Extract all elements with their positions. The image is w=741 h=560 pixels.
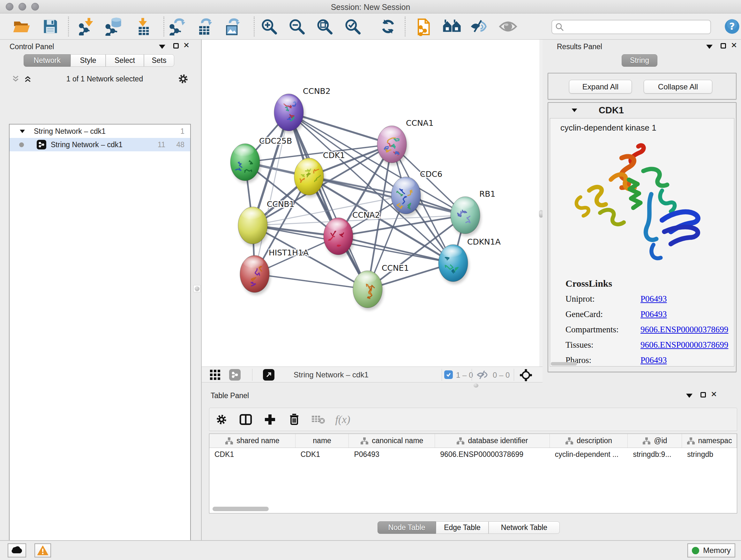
toolbar-separator	[163, 17, 164, 37]
create-column-button[interactable]	[258, 414, 282, 425]
gear-icon[interactable]	[178, 73, 189, 84]
column-header--id[interactable]: @id	[628, 434, 682, 448]
zoom-selected-icon	[344, 18, 361, 35]
network-node-CCNB1[interactable]	[238, 207, 269, 246]
column-header-namespac[interactable]: namespac	[682, 434, 737, 448]
save-session-button[interactable]	[39, 16, 62, 37]
collapse-panel-icon[interactable]	[159, 45, 165, 49]
column-header-name[interactable]: name	[295, 434, 349, 448]
network-canvas[interactable]: CCNB2CCNA1CDC25BCDK1CDC6RB1CCNB1CCNA2CDK…	[202, 40, 539, 367]
tab-sets[interactable]: Sets	[144, 54, 174, 67]
horizontal-scrollbar-thumb[interactable]	[551, 362, 577, 366]
fit-content-button[interactable]	[313, 16, 336, 37]
export-network-button[interactable]	[166, 16, 189, 37]
network-node-RB1[interactable]	[451, 197, 481, 236]
apply-layout-button[interactable]	[377, 16, 400, 37]
table-row[interactable]: CDK1CDK1P064939606.ENSP00000378699cyclin…	[209, 448, 737, 461]
import-table-file-button[interactable]	[131, 16, 154, 37]
column-header-canonical-name[interactable]: canonical name	[349, 434, 435, 448]
crosslink-link[interactable]: P06493	[641, 294, 667, 304]
open-session-button[interactable]	[10, 16, 33, 37]
expand-all-button[interactable]: Expand All	[569, 80, 632, 94]
search-box[interactable]	[551, 20, 711, 34]
birds-eye-view-button[interactable]	[210, 370, 221, 380]
network-node-CCNA1[interactable]	[377, 126, 408, 165]
open-in-browser-button[interactable]	[263, 369, 274, 381]
toolbar-separator	[68, 17, 69, 37]
export-table-button[interactable]	[193, 16, 216, 37]
collapse-panel-icon[interactable]	[686, 394, 692, 398]
expand-all-icon[interactable]	[23, 75, 32, 83]
string-home-button[interactable]	[441, 16, 463, 37]
network-type-icon	[37, 140, 46, 149]
crosslink-link[interactable]: P06493	[641, 355, 667, 365]
toolbar-separator	[254, 17, 255, 37]
collapse-all-icon[interactable]	[11, 75, 20, 83]
help-button[interactable]: ?	[721, 16, 741, 37]
show-columns-button[interactable]	[233, 414, 258, 425]
column-header-database-identifier[interactable]: database identifier	[435, 434, 550, 448]
network-edge[interactable]	[255, 274, 367, 289]
network-node-CCNE1[interactable]	[353, 271, 384, 310]
zoom-in-button[interactable]	[258, 16, 280, 37]
node-table[interactable]: shared namenamecanonical namedatabase id…	[209, 434, 737, 513]
search-input[interactable]	[564, 23, 704, 31]
network-node-CCNB2[interactable]	[274, 94, 305, 133]
crosslink-link[interactable]: 9606.ENSP00000378699	[641, 325, 728, 334]
network-tree-child-row[interactable]: String Network – cdk1 11 48	[10, 138, 190, 151]
network-node-CDK1[interactable]	[294, 158, 325, 198]
float-panel-icon[interactable]	[721, 43, 726, 49]
memory-button[interactable]: Memory	[687, 543, 735, 557]
column-header-shared-name[interactable]: shared name	[209, 434, 295, 448]
network-edge[interactable]	[289, 112, 367, 289]
float-panel-icon[interactable]	[173, 43, 179, 49]
entry-header[interactable]: CDK1	[548, 103, 736, 118]
splitter-grab-dot[interactable]	[474, 383, 478, 388]
collapse-panel-icon[interactable]	[706, 45, 713, 49]
zoom-selected-button[interactable]	[341, 16, 364, 37]
import-network-file-button[interactable]	[75, 16, 98, 37]
network-status-dot	[19, 142, 24, 147]
network-tree-root-row[interactable]: String Network – cdk1 1	[10, 125, 190, 138]
collapse-all-button[interactable]: Collapse All	[644, 80, 712, 94]
tree-expander-icon[interactable]	[20, 130, 25, 133]
entry-expander-icon[interactable]	[572, 108, 577, 112]
cloud-status-button[interactable]	[8, 543, 26, 557]
string-network-graph[interactable]: CCNB2CCNA1CDC25BCDK1CDC6RB1CCNB1CCNA2CDK…	[202, 40, 539, 367]
center-view-button[interactable]	[520, 369, 532, 381]
zoom-out-button[interactable]	[285, 16, 308, 37]
export-image-button[interactable]	[220, 16, 244, 37]
tab-string[interactable]: String	[622, 54, 657, 67]
network-type-button[interactable]	[229, 369, 241, 381]
crosslink-link[interactable]: 9606.ENSP00000378699	[641, 340, 728, 350]
divider-grab-handle[interactable]	[193, 285, 200, 292]
show-graphics-details-button[interactable]	[496, 16, 520, 37]
network-edge[interactable]	[338, 236, 453, 263]
horizontal-scrollbar-thumb[interactable]	[212, 507, 269, 511]
table-options-button[interactable]	[209, 414, 233, 426]
network-node-CDKN1A[interactable]	[439, 245, 469, 284]
close-panel-icon[interactable]: ✕	[711, 390, 717, 399]
network-node-CCNA2[interactable]	[324, 218, 354, 257]
hide-selected-button[interactable]	[468, 16, 491, 37]
close-panel-icon[interactable]: ✕	[731, 41, 737, 50]
close-panel-icon[interactable]: ✕	[183, 41, 190, 50]
import-string-button[interactable]	[413, 16, 435, 37]
table-cell: CDK1	[209, 450, 295, 459]
tab-select[interactable]: Select	[106, 54, 144, 67]
table-cell: 9606.ENSP00000378699	[435, 450, 550, 459]
tab-network[interactable]: Network	[23, 54, 71, 67]
crosslink-link[interactable]: P06493	[641, 309, 667, 319]
import-network-database-button[interactable]	[103, 16, 125, 37]
tab-edge-table[interactable]: Edge Table	[436, 521, 488, 534]
selected-checkbox[interactable]	[444, 370, 453, 379]
column-header-description[interactable]: description	[550, 434, 628, 448]
tab-node-table[interactable]: Node Table	[378, 521, 436, 534]
tab-network-table[interactable]: Network Table	[488, 521, 560, 534]
hidden-indicator[interactable]	[477, 370, 489, 380]
delete-column-button[interactable]	[282, 414, 307, 426]
network-node-HIST1H1A[interactable]	[240, 255, 271, 295]
float-panel-icon[interactable]	[700, 392, 706, 397]
tab-style[interactable]: Style	[71, 54, 106, 67]
warnings-button[interactable]	[35, 543, 51, 557]
